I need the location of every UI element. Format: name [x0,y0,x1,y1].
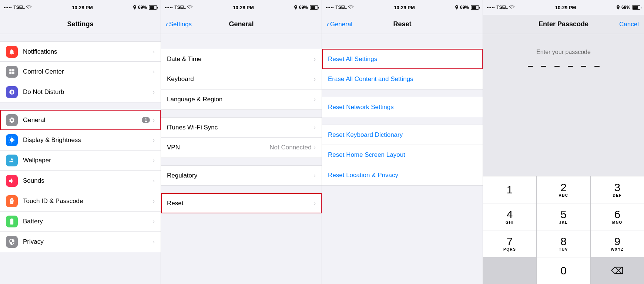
reset-panel: •••••TSEL10:29 PM69% ‹ General Reset Res… [322,0,483,284]
key-2[interactable]: 2ABC [537,176,590,203]
reset-row[interactable]: Reset› [161,193,322,213]
regulatory-row[interactable]: Regulatory› [161,165,322,186]
general-panel: •••••TSEL10:28 PM69% ‹ Settings General … [161,0,322,284]
general-language-and-region-row[interactable]: Language & Region› [161,89,322,110]
reset-keyboard-dictionary-row[interactable]: Reset Keyboard Dictionary [322,125,483,145]
reset-navbar: ‹ General Reset [322,15,483,34]
battery-indicator [310,5,318,10]
erase-all-content-row[interactable]: Erase All Content and Settings [322,69,483,89]
settings-back-button[interactable]: ‹ Settings [165,21,192,28]
location-icon [617,5,620,10]
battery-percent: 69% [460,5,469,10]
svg-rect-0 [9,69,11,71]
general-navbar: ‹ Settings General [161,15,322,34]
general-item-label: Date & Time [167,55,314,63]
key-empty [483,257,537,284]
reset-network-settings-row[interactable]: Reset Network Settings [322,97,483,117]
general-label: General [23,116,142,124]
key-letters: TUV [559,247,568,251]
carrier-dots: ••••• [165,6,173,10]
svg-point-4 [11,158,13,160]
general-section-3: Regulatory› [161,165,322,186]
wallpaper-icon [6,155,18,166]
chevron-icon: › [153,48,155,55]
general-item-label: Keyboard [167,75,314,83]
key-6[interactable]: 6MNO [591,203,644,230]
back-label: Settings [169,21,192,28]
carrier-name: TSEL [497,5,508,10]
notifications-label: Notifications [23,48,153,55]
chevron-icon: › [153,137,155,143]
key-number: 3 [614,182,620,193]
settings-nav-title: Settings [67,20,93,28]
chevron-icon: › [153,218,155,225]
reset-section-1: Reset All SettingsErase All Content and … [322,49,483,89]
status-indicators: 69% [455,5,479,10]
general-icon [6,114,18,126]
control-center-row[interactable]: Control Center › [0,62,161,82]
status-bar: •••••TSEL10:29 PM69% [322,0,483,15]
key-4[interactable]: 4GHI [483,203,537,230]
general-row[interactable]: General 1 › [0,110,161,130]
reset-item-label: Reset Location & Privacy [328,172,477,179]
erase-all-label: Erase All Content and Settings [328,75,477,83]
battery-icon [6,216,18,227]
key-5[interactable]: 5JKL [537,203,590,230]
display-brightness-row[interactable]: Display & Brightness › [0,130,161,151]
status-time: 10:28 PM [233,5,254,10]
carrier-dots: ••••• [487,6,495,10]
vpn-row[interactable]: VPNNot Connected› [161,138,322,158]
general-list: Date & Time›Keyboard›Language & Region›i… [161,34,322,284]
key-number: 0 [560,265,567,276]
wifi-icon [348,6,353,9]
key-3[interactable]: 3DEF [591,176,644,203]
passcode-dot [541,66,546,67]
wallpaper-row[interactable]: Wallpaper › [0,151,161,171]
do-not-disturb-row[interactable]: Do Not Disturb › [0,82,161,102]
reset-all-settings-label: Reset All Settings [328,55,477,63]
general-back-button[interactable]: ‹ General [326,21,352,28]
delete-key[interactable]: ⌫ [591,257,644,284]
key-0[interactable]: 0 [537,257,590,284]
key-letters: WXYZ [611,247,624,251]
chevron-icon: › [153,198,155,204]
privacy-row[interactable]: Privacy › [0,232,161,252]
key-8[interactable]: 8TUV [537,230,590,257]
touch-id-label: Touch ID & Passcode [23,197,153,205]
reset-section-3: Reset Keyboard DictionaryReset Home Scre… [322,125,483,186]
status-carrier: •••••TSEL [487,5,514,10]
reset-home-screen-layout-row[interactable]: Reset Home Screen Layout [322,145,483,165]
key-number: 4 [507,209,513,220]
status-carrier: •••••TSEL [326,5,353,10]
key-9[interactable]: 9WXYZ [591,230,644,257]
passcode-dot [554,66,560,67]
battery-row[interactable]: Battery › [0,212,161,232]
general-date-and-time-row[interactable]: Date & Time› [161,49,322,69]
cancel-button[interactable]: Cancel [619,21,639,28]
key-letters: MNO [612,220,623,224]
key-1[interactable]: 1 [483,176,537,203]
general-section-2: iTunes Wi-Fi Sync›VPNNot Connected› [161,117,322,158]
reset-all-settings-row[interactable]: Reset All Settings [322,49,483,69]
passcode-dot [594,66,600,67]
reset-nav-title: Reset [393,20,411,28]
reset-network-label: Reset Network Settings [328,104,477,111]
key-number: 7 [507,236,513,247]
reset-item-label: Reset Keyboard Dictionary [328,131,477,139]
vpn-label: VPN [167,144,269,151]
key-letters: ABC [559,193,568,197]
passcode-hint: Enter your passcode [536,49,591,55]
battery-label: Battery [23,218,153,225]
key-7[interactable]: 7PQRS [483,230,537,257]
location-icon [133,5,136,10]
keypad-row: 7PQRS8TUV9WXYZ [483,230,644,257]
notifications-row[interactable]: Notifications › [0,41,161,62]
settings-section-main: General 1 › Display & Brightness › Wallp… [0,110,161,252]
itunes-wifi-sync-row[interactable]: iTunes Wi-Fi Sync› [161,117,322,138]
reset-location-and-privacy-row[interactable]: Reset Location & Privacy [322,165,483,186]
general-keyboard-row[interactable]: Keyboard› [161,69,322,89]
sounds-row[interactable]: Sounds › [0,171,161,191]
touch-id-row[interactable]: Touch ID & Passcode › [0,191,161,212]
general-section-4: Reset› [161,193,322,213]
battery-percent: 69% [621,5,630,10]
